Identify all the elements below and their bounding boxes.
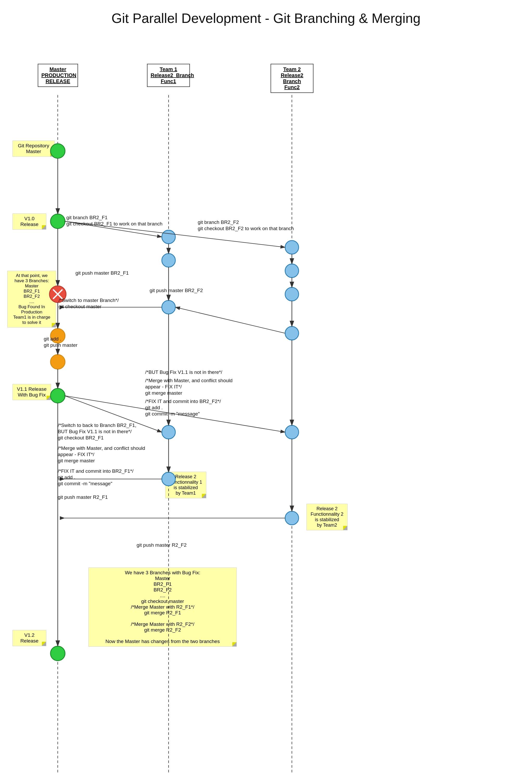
svg-text:appear  - FIX IT*/: appear - FIX IT*/ <box>145 384 182 389</box>
svg-text:/*FIX IT and commit into BR2_F: /*FIX IT and commit into BR2_F2*/ <box>145 399 221 404</box>
svg-text:git checkout master: git checkout master <box>58 304 101 309</box>
svg-text:git push master BR2_F2: git push master BR2_F2 <box>149 288 203 293</box>
svg-text:appear  - FIX IT*/: appear - FIX IT*/ <box>58 452 94 457</box>
svg-text:git checkout BR2_F1 to work on: git checkout BR2_F1 to work on that bran… <box>66 221 163 227</box>
svg-text:git commit -m "message": git commit -m "message" <box>145 411 200 416</box>
svg-text:git push master BR2_F1: git push master BR2_F1 <box>76 270 129 276</box>
svg-point-6 <box>50 214 65 229</box>
svg-point-18 <box>285 241 299 254</box>
svg-line-43 <box>175 307 285 333</box>
svg-text:git branch BR2_F2: git branch BR2_F2 <box>198 219 239 225</box>
svg-point-16 <box>162 425 175 439</box>
diagram-svg: git branch BR2_F1 git checkout BR2_F1 to… <box>0 31 532 773</box>
svg-text:git push master R2_F1: git push master R2_F1 <box>58 494 108 500</box>
svg-point-12 <box>50 388 65 403</box>
page-title: Git Parallel Development - Git Branching… <box>0 0 532 31</box>
svg-point-15 <box>162 300 175 314</box>
svg-text:/*Switch to master Branch*/: /*Switch to master Branch*/ <box>58 297 119 303</box>
diagram-area: MasterPRODUCTIONRELEASE Team 1Release2_B… <box>0 31 532 773</box>
svg-point-23 <box>285 511 299 525</box>
svg-text:BUT Bug Fix V1.1 is not in the: BUT Bug Fix V1.1 is not in there*/ <box>58 429 132 434</box>
svg-point-22 <box>285 425 299 439</box>
svg-text:/*Merge with Master, and confl: /*Merge with Master, and conflict should <box>145 378 232 383</box>
svg-text:git checkout BR2_F2 to work on: git checkout BR2_F2 to work on that bran… <box>198 226 294 232</box>
svg-text:/*Merge with Master, and confl: /*Merge with Master, and conflict should <box>58 445 145 451</box>
svg-point-20 <box>285 287 299 301</box>
svg-text:git add .: git add . <box>44 336 61 341</box>
svg-point-21 <box>285 326 299 340</box>
svg-point-19 <box>285 264 299 278</box>
svg-text:git add .: git add . <box>58 475 76 480</box>
svg-text:/*FIX IT and commit into BR2_F: /*FIX IT and commit into BR2_F1*/ <box>58 468 134 474</box>
svg-point-5 <box>50 144 65 158</box>
svg-text:git add .: git add . <box>145 405 163 410</box>
svg-point-24 <box>50 646 65 661</box>
svg-text:git merge master: git merge master <box>58 458 95 463</box>
svg-text:git checkout BR2_F1: git checkout BR2_F1 <box>58 435 103 441</box>
svg-point-13 <box>162 230 175 244</box>
svg-text:/*Switch to back to Branch BR2: /*Switch to back to Branch BR2_F1, <box>58 422 136 428</box>
svg-point-11 <box>50 355 65 369</box>
svg-text:git commit -m "message": git commit -m "message" <box>58 481 113 486</box>
svg-text:git push master: git push master <box>44 342 78 348</box>
svg-text:git branch BR2_F1: git branch BR2_F1 <box>66 215 107 220</box>
svg-point-17 <box>162 472 175 486</box>
svg-point-14 <box>162 254 175 267</box>
svg-text:git merge master: git merge master <box>145 390 182 396</box>
svg-text:git push master R2_F2: git push master R2_F2 <box>137 542 186 548</box>
svg-text:/*BUT Bug Fix V1.1 is not in t: /*BUT Bug Fix V1.1 is not in there*/ <box>145 369 222 375</box>
